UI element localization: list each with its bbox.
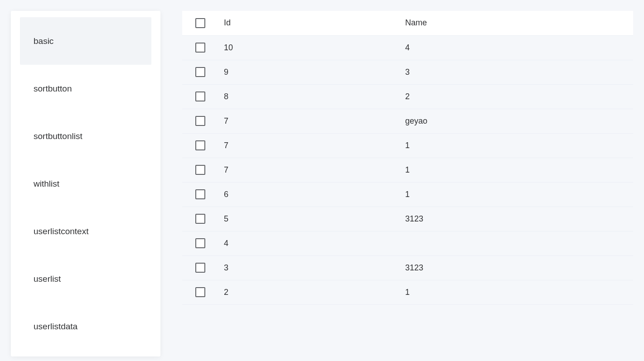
sidebar-item-label: userlistcontext — [34, 226, 88, 236]
row-checkbox[interactable] — [195, 238, 205, 248]
cell-name: 2 — [400, 84, 633, 109]
sidebar-item-label: userlist — [34, 274, 61, 284]
table-row: 7 geyao — [182, 109, 633, 133]
sidebar-item-label: sortbuttonlist — [34, 131, 82, 141]
table-row: 2 1 — [182, 280, 633, 304]
table-header-row: Id Name — [182, 11, 633, 35]
row-checkbox[interactable] — [195, 165, 205, 175]
sidebar-item-userlistcontext[interactable]: userlistcontext — [20, 207, 151, 255]
cell-name: geyao — [400, 109, 633, 133]
header-checkbox-cell — [182, 11, 218, 35]
cell-id: 7 — [218, 133, 400, 158]
cell-name: 3123 — [400, 255, 633, 280]
sidebar: basic sortbutton sortbuttonlist withlist… — [11, 11, 160, 356]
cell-id: 4 — [218, 231, 400, 255]
table-row: 3 3123 — [182, 255, 633, 280]
cell-id: 9 — [218, 60, 400, 84]
row-checkbox[interactable] — [195, 189, 205, 199]
cell-id: 3 — [218, 255, 400, 280]
sidebar-item-sortbuttonlist[interactable]: sortbuttonlist — [20, 112, 151, 160]
cell-id: 7 — [218, 109, 400, 133]
table-row: 10 4 — [182, 35, 633, 60]
cell-name: 1 — [400, 133, 633, 158]
cell-name: 4 — [400, 35, 633, 60]
sidebar-item-withlist[interactable]: withlist — [20, 160, 151, 207]
row-checkbox[interactable] — [195, 140, 205, 150]
cell-id: 7 — [218, 158, 400, 182]
cell-id: 10 — [218, 35, 400, 60]
cell-id: 6 — [218, 182, 400, 207]
sidebar-item-sortbutton[interactable]: sortbutton — [20, 65, 151, 112]
table-row: 7 1 — [182, 133, 633, 158]
sidebar-item-label: withlist — [34, 179, 59, 189]
row-checkbox[interactable] — [195, 263, 205, 273]
cell-name: 1 — [400, 280, 633, 304]
table-row: 9 3 — [182, 60, 633, 84]
cell-id: 2 — [218, 280, 400, 304]
header-name[interactable]: Name — [400, 11, 633, 35]
row-checkbox[interactable] — [195, 67, 205, 77]
data-table: Id Name 10 4 9 3 8 2 — [182, 11, 633, 305]
sidebar-item-userlist[interactable]: userlist — [20, 255, 151, 303]
cell-name: 1 — [400, 158, 633, 182]
cell-name: 3123 — [400, 207, 633, 231]
table-row: 4 — [182, 231, 633, 255]
row-checkbox[interactable] — [195, 43, 205, 53]
sidebar-item-label: sortbutton — [34, 84, 72, 94]
sidebar-item-label: userlistdata — [34, 322, 77, 332]
cell-name: 3 — [400, 60, 633, 84]
cell-name — [400, 231, 633, 255]
row-checkbox[interactable] — [195, 214, 205, 224]
main-content: Id Name 10 4 9 3 8 2 — [182, 11, 633, 305]
header-id[interactable]: Id — [218, 11, 400, 35]
row-checkbox[interactable] — [195, 91, 205, 101]
cell-id: 5 — [218, 207, 400, 231]
sidebar-item-basic[interactable]: basic — [20, 17, 151, 65]
table-row: 6 1 — [182, 182, 633, 207]
table-row: 5 3123 — [182, 207, 633, 231]
row-checkbox[interactable] — [195, 116, 205, 126]
table-row: 8 2 — [182, 84, 633, 109]
row-checkbox[interactable] — [195, 287, 205, 297]
sidebar-item-userlistdata[interactable]: userlistdata — [20, 303, 151, 350]
cell-name: 1 — [400, 182, 633, 207]
sidebar-item-label: basic — [34, 36, 53, 46]
table-row: 7 1 — [182, 158, 633, 182]
cell-id: 8 — [218, 84, 400, 109]
select-all-checkbox[interactable] — [195, 18, 205, 28]
